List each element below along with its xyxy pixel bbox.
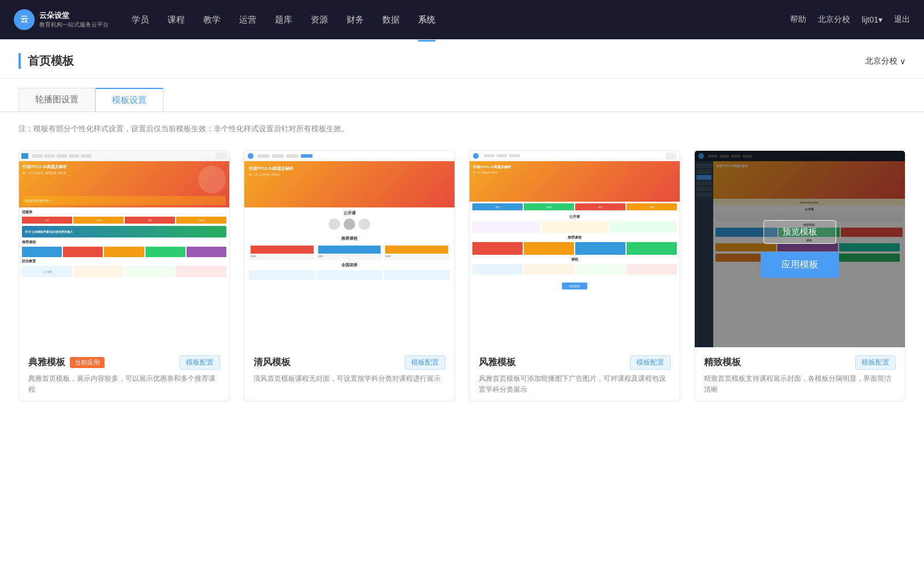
navbar: 云 云朵设堂 教育机构一站式服务云平台 学员 课程 教学 运营 题库 资源 财务… <box>0 0 924 39</box>
template-name-row-jingzhi: 精致模板 模板配置 <box>704 355 896 370</box>
current-badge-dianying: 当前应用 <box>70 357 105 368</box>
tab-template[interactable]: 模板设置 <box>95 88 163 112</box>
nav-item-resources[interactable]: 资源 <box>311 12 328 28</box>
page-container: 首页模板 北京分校 ∨ 轮播图设置 模板设置 注：模板有部分个性化样式设置，设置… <box>0 39 924 572</box>
template-footer-fengya: 风雅模板 模板配置 风雅首页模板可添加轮播图下广告图片，可对课程及课程包设置学科… <box>470 347 680 401</box>
template-name-row-dianying: 典雅模板 当前应用 模板配置 <box>28 355 220 370</box>
tab-carousel[interactable]: 轮播图设置 <box>18 88 95 112</box>
nav-item-system[interactable]: 系统 <box>418 12 435 28</box>
template-card-qingfeng: 托福TPO1-54真题及解析 听、说 口语变化 ·课程差 公开课 ... <box>244 150 455 402</box>
nav-item-courses[interactable]: 课程 <box>167 12 185 28</box>
config-button-dianying[interactable]: 模板配置 <box>180 355 220 370</box>
template-preview-qingfeng: 托福TPO1-54真题及解析 听、说 口语变化 ·课程差 公开课 ... <box>244 151 454 347</box>
apply-template-button-jingzhi[interactable]: 应用模板 <box>761 252 839 278</box>
branch-link[interactable]: 北京分校 <box>818 14 850 25</box>
chevron-down-icon: ∨ <box>900 57 906 66</box>
note: 注：模板有部分个性化样式设置，设置后仅当前模板生效；非个性化样式设置后针对所有模… <box>0 112 924 146</box>
template-footer-jingzhi: 精致模板 模板配置 精致首页模板支持课程展示封面，各模板分隔明显，界面简洁清晰 <box>695 347 905 401</box>
config-button-jingzhi[interactable]: 模板配置 <box>855 355 896 370</box>
logout-button[interactable]: 退出 <box>894 14 910 25</box>
template-preview-jingzhi: 托福TPO1-54真题及解析 精品好课速速来报 公开课 <box>695 151 905 347</box>
nav-item-students[interactable]: 学员 <box>132 12 149 28</box>
template-preview-dianying: 托福TPO1-54真题及解析 听、说 口语变化 ·成绩速度·课程差 精品好课速速… <box>19 151 229 347</box>
template-name-dianying: 典雅模板 <box>28 356 65 369</box>
nav-item-data[interactable]: 数据 <box>382 12 400 28</box>
nav-items: 学员 课程 教学 运营 题库 资源 财务 数据 系统 <box>132 12 790 28</box>
template-card-dianying: 托福TPO1-54真题及解析 听、说 口语变化 ·成绩速度·课程差 精品好课速速… <box>18 150 230 402</box>
templates-grid: 托福TPO1-54真题及解析 听、说 口语变化 ·成绩速度·课程差 精品好课速速… <box>0 146 924 425</box>
nav-item-teaching[interactable]: 教学 <box>203 12 221 28</box>
nav-item-questions[interactable]: 题库 <box>275 12 292 28</box>
config-button-qingfeng[interactable]: 模板配置 <box>405 355 445 370</box>
template-name-fengya: 风雅模板 <box>479 356 516 369</box>
branch-selector[interactable]: 北京分校 ∨ <box>865 56 906 66</box>
template-desc-fengya: 风雅首页模板可添加轮播图下广告图片，可对课程及课程包设置学科分类展示 <box>479 373 670 395</box>
template-preview-fengya: 托福TPO1-54真题及解析 好、说 ·成绩速度·课程差 数学 英语 语文 物理… <box>470 151 680 347</box>
nav-item-operations[interactable]: 运营 <box>239 12 256 28</box>
nav-item-finance[interactable]: 财务 <box>346 12 364 28</box>
template-card-jingzhi: 托福TPO1-54真题及解析 精品好课速速来报 公开课 <box>694 150 906 402</box>
template-card-fengya: 托福TPO1-54真题及解析 好、说 ·成绩速度·课程差 数学 英语 语文 物理… <box>469 150 680 402</box>
template-name-qingfeng: 清风模板 <box>254 356 290 369</box>
help-link[interactable]: 帮助 <box>790 14 806 25</box>
template-desc-dianying: 典雅首页模板，展示内容较多，可以展示优惠券和多个推荐课程 <box>28 373 220 395</box>
template-name-row-qingfeng: 清风模板 模板配置 <box>254 355 445 370</box>
preview-overlay-jingzhi: 预览模板 应用模板 <box>695 151 905 347</box>
user-dropdown[interactable]: lijt01▾ <box>862 15 882 24</box>
template-desc-jingzhi: 精致首页模板支持课程展示封面，各模板分隔明显，界面简洁清晰 <box>704 373 896 395</box>
config-button-fengya[interactable]: 模板配置 <box>630 355 670 370</box>
page-title: 首页模板 <box>18 53 74 69</box>
nav-right: 帮助 北京分校 lijt01▾ 退出 <box>790 14 910 25</box>
template-desc-qingfeng: 清风首页模板课程无封面，可设置按学科分类对课程进行展示 <box>254 373 445 384</box>
logo-text: 云朵设堂 教育机构一站式服务云平台 <box>39 11 109 28</box>
tabs-container: 轮播图设置 模板设置 <box>0 79 924 112</box>
tabs: 轮播图设置 模板设置 <box>18 88 906 112</box>
template-name-row-fengya: 风雅模板 模板配置 <box>479 355 670 370</box>
template-footer-qingfeng: 清风模板 模板配置 清风首页模板课程无封面，可设置按学科分类对课程进行展示 <box>244 347 454 390</box>
preview-template-button-jingzhi[interactable]: 预览模板 <box>763 220 836 244</box>
template-name-jingzhi: 精致模板 <box>704 356 741 369</box>
logo[interactable]: 云 云朵设堂 教育机构一站式服务云平台 <box>14 9 109 30</box>
page-header: 首页模板 北京分校 ∨ <box>0 39 924 79</box>
logo-icon: 云 <box>14 9 35 30</box>
template-footer-dianying: 典雅模板 当前应用 模板配置 典雅首页模板，展示内容较多，可以展示优惠券和多个推… <box>19 347 229 401</box>
